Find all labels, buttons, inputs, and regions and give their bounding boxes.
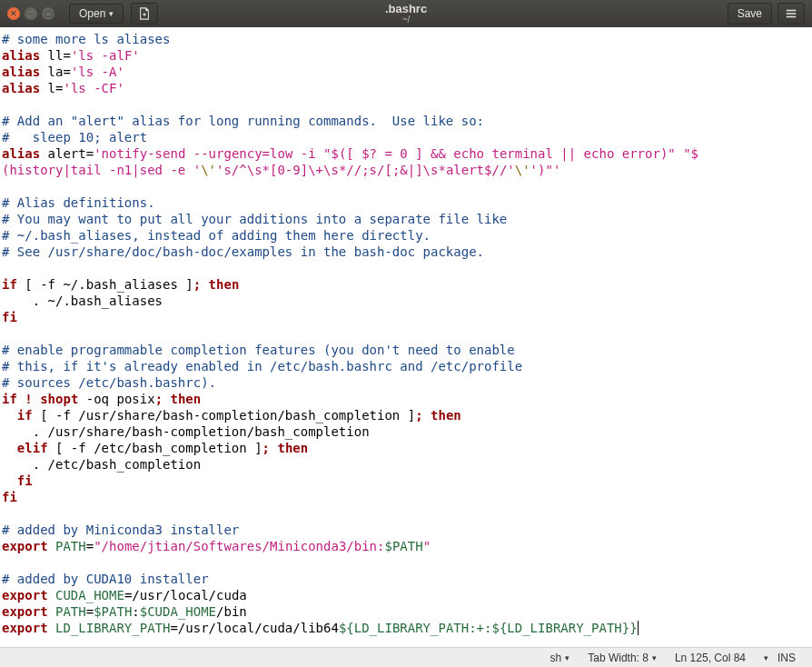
mode-label: INS bbox=[777, 652, 796, 664]
hamburger-icon bbox=[785, 7, 797, 20]
save-button[interactable]: Save bbox=[728, 3, 772, 25]
insert-mode[interactable]: INS bbox=[768, 652, 805, 664]
window-controls: ✕ – ▢ bbox=[0, 7, 62, 20]
document-title: .bashrc bbox=[385, 3, 427, 15]
maximize-icon[interactable]: ▢ bbox=[42, 7, 54, 20]
tab-width-selector[interactable]: Tab Width: 8 ▾ bbox=[579, 652, 666, 664]
open-label: Open bbox=[79, 7, 105, 20]
new-document-icon bbox=[138, 7, 151, 20]
open-button[interactable]: Open ▾ bbox=[69, 4, 124, 24]
save-label: Save bbox=[738, 7, 762, 20]
title-area: .bashrc ~/ bbox=[385, 3, 427, 25]
titlebar: ✕ – ▢ Open ▾ .bashrc ~/ Save bbox=[0, 0, 812, 27]
chevron-down-icon: ▾ bbox=[109, 9, 114, 18]
text-editor[interactable]: # some more ls aliases alias ll='ls -alF… bbox=[0, 27, 812, 647]
close-icon[interactable]: ✕ bbox=[7, 7, 20, 20]
position-label: Ln 125, Col 84 bbox=[675, 652, 746, 664]
tab-width-label: Tab Width: 8 bbox=[588, 652, 649, 664]
overwrite-toggle[interactable]: ▾ bbox=[755, 653, 768, 662]
chevron-down-icon: ▾ bbox=[565, 653, 569, 662]
chevron-down-icon: ▾ bbox=[652, 653, 657, 662]
menu-button[interactable] bbox=[777, 3, 805, 25]
cursor-position[interactable]: Ln 125, Col 84 bbox=[666, 652, 755, 664]
document-path: ~/ bbox=[385, 15, 427, 25]
minimize-icon[interactable]: – bbox=[25, 7, 37, 20]
statusbar: sh ▾ Tab Width: 8 ▾ Ln 125, Col 84 ▾ INS bbox=[0, 647, 812, 667]
new-tab-button[interactable] bbox=[131, 3, 158, 25]
language-label: sh bbox=[550, 652, 562, 664]
language-selector[interactable]: sh ▾ bbox=[541, 652, 579, 664]
